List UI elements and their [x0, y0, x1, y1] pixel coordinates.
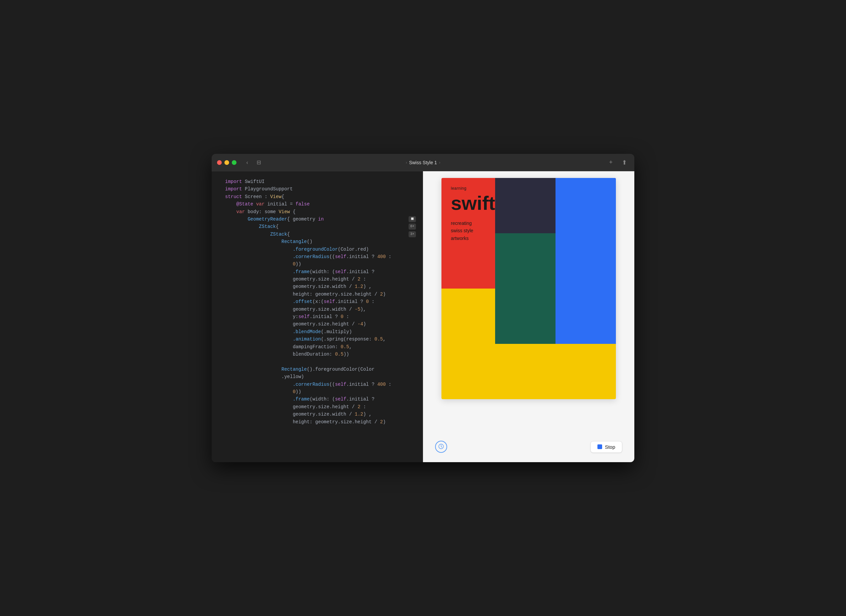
code-line-26: Rectangle().foregroundColor(Color [225, 366, 416, 373]
code-line-32: geometry.size.width / 1.2) , [225, 411, 416, 418]
code-line-21: .blendMode(.multiply) [225, 328, 416, 336]
code-text: struct Screen : View{ [225, 193, 416, 200]
minimize-button[interactable] [224, 160, 229, 165]
code-text: geometry.size.width / -5), [225, 306, 416, 313]
artwork-bottom [441, 289, 616, 399]
code-line-8: ZStack{ 3× [225, 230, 416, 238]
title-chevron-left: › [406, 160, 407, 165]
share-button[interactable]: ⬆ [619, 158, 629, 167]
code-text: .offset(x:(self.initial ? 0 : [225, 298, 416, 305]
artwork-bottom-grid [495, 289, 616, 399]
code-text: geometry.size.width / 1.2) , [225, 411, 416, 418]
grid-cell-blue3 [556, 289, 616, 344]
code-text: import PlaygroundSupport [225, 185, 416, 193]
code-line-17: .offset(x:(self.initial ? 0 : [225, 298, 416, 305]
add-button[interactable]: + [606, 158, 615, 167]
code-line-4: @State var initial = false [225, 200, 416, 208]
preview-controls: Stop [430, 438, 628, 455]
code-line-14: geometry.size.height / 2 : [225, 276, 416, 283]
line-badge-6: 🔲 [409, 216, 416, 222]
code-text: .blendMode(.multiply) [225, 328, 416, 336]
code-line-31: geometry.size.height / 2 : [225, 403, 416, 411]
code-line-29: 0)) [225, 388, 416, 396]
code-text: @State var initial = false [225, 200, 416, 208]
sidebar-toggle-button[interactable]: ⊟ [257, 159, 261, 166]
back-icon: ‹ [246, 160, 248, 166]
code-text: .yellow) [225, 373, 416, 380]
code-line-6: GeometryReader{ geometry in 🔲 [225, 216, 416, 223]
code-line-20: geometry.size.height / -4) [225, 320, 416, 328]
grid-cell-blue2 [556, 233, 616, 289]
title-text: Swiss Style 1 [409, 160, 437, 165]
code-line-24: blendDuration: 0.5)) [225, 351, 416, 358]
code-line-30: .frame(width: (self.initial ? [225, 396, 416, 403]
title-chevron-right: › [439, 160, 440, 165]
stop-label: Stop [605, 444, 615, 450]
code-text: geometry.size.height / 2 : [225, 276, 416, 283]
titlebar-actions: + ⬆ [606, 158, 629, 167]
sidebar-icon: ⊟ [257, 160, 261, 165]
code-line-1: import SwiftUI [225, 178, 416, 185]
timer-icon [438, 444, 444, 450]
add-icon: + [609, 159, 613, 166]
code-text: .cornerRadius((self.initial ? 400 : [225, 253, 416, 260]
code-text: blendDuration: 0.5)) [225, 351, 416, 358]
code-text: 0)) [225, 388, 416, 396]
code-text: .frame(width: (self.initial ? [225, 268, 416, 276]
grid-cell-dark [495, 178, 556, 233]
nav-buttons: ‹ ⊟ [243, 158, 261, 167]
code-text: .foregroundColor(Color.red) [225, 246, 416, 253]
share-icon: ⬆ [622, 159, 627, 166]
code-text: geometry.size.width / 1.2) , [225, 283, 416, 290]
code-text: Rectangle() [225, 238, 416, 245]
code-text: ZStack{ [225, 223, 416, 230]
code-text: y:self.initial ? 0 : [225, 313, 416, 320]
code-line-7: ZStack{ 6× [225, 223, 416, 230]
code-line-10: .foregroundColor(Color.red) [225, 246, 416, 253]
code-text: height: geometry.size.height / 2) [225, 290, 416, 298]
code-line-19: y:self.initial ? 0 : [225, 313, 416, 320]
back-button[interactable]: ‹ [243, 158, 251, 167]
code-line-2: import PlaygroundSupport [225, 185, 416, 193]
code-line-25 [225, 358, 416, 365]
code-text: geometry.size.height / -4) [225, 320, 416, 328]
line-badge-8: 3× [409, 231, 416, 237]
code-text: dampingFraction: 0.5, [225, 343, 416, 351]
timer-indicator [435, 441, 447, 453]
code-text: 0)) [225, 260, 416, 268]
code-text: import SwiftUI [225, 178, 416, 185]
code-line-27: .yellow) [225, 373, 416, 380]
preview-panel: learning swiftUI recreating swiss style … [423, 171, 634, 462]
code-line-3: struct Screen : View{ [225, 193, 416, 200]
code-line-18: geometry.size.width / -5), [225, 306, 416, 313]
stop-icon [597, 444, 602, 449]
maximize-button[interactable] [232, 160, 237, 165]
code-line-9: Rectangle() [225, 238, 416, 245]
titlebar: ‹ ⊟ › Swiss Style 1 › + ⬆ [212, 154, 634, 171]
code-editor[interactable]: import SwiftUI import PlaygroundSupport … [212, 171, 423, 462]
code-text [225, 358, 416, 365]
code-text: GeometryReader{ geometry in [225, 216, 416, 223]
close-button[interactable] [217, 160, 222, 165]
code-line-16: height: geometry.size.height / 2) [225, 290, 416, 298]
preview-canvas: learning swiftUI recreating swiss style … [441, 178, 616, 399]
code-line-33: height: geometry.size.height / 2) [225, 418, 416, 425]
code-line-11: .cornerRadius((self.initial ? 400 : [225, 253, 416, 260]
stop-button[interactable]: Stop [590, 441, 622, 453]
artwork-top-grid [495, 178, 616, 289]
code-line-22: .animation(.spring(response: 0.5, [225, 336, 416, 343]
code-line-23: dampingFraction: 0.5, [225, 343, 416, 351]
main-content: import SwiftUI import PlaygroundSupport … [212, 171, 634, 462]
code-text: Rectangle().foregroundColor(Color [225, 366, 416, 373]
code-text: var body: some View { [225, 208, 416, 216]
grid-cell-blue [556, 178, 616, 233]
code-line-12: 0)) [225, 260, 416, 268]
code-text: .cornerRadius((self.initial ? 400 : [225, 381, 416, 388]
code-line-28: .cornerRadius((self.initial ? 400 : [225, 381, 416, 388]
code-text: .animation(.spring(response: 0.5, [225, 336, 416, 343]
grid-cell-green2 [495, 289, 556, 344]
code-text: height: geometry.size.height / 2) [225, 418, 416, 425]
code-line-5: var body: some View { [225, 208, 416, 216]
code-text: geometry.size.height / 2 : [225, 403, 416, 411]
code-line-13: .frame(width: (self.initial ? [225, 268, 416, 276]
